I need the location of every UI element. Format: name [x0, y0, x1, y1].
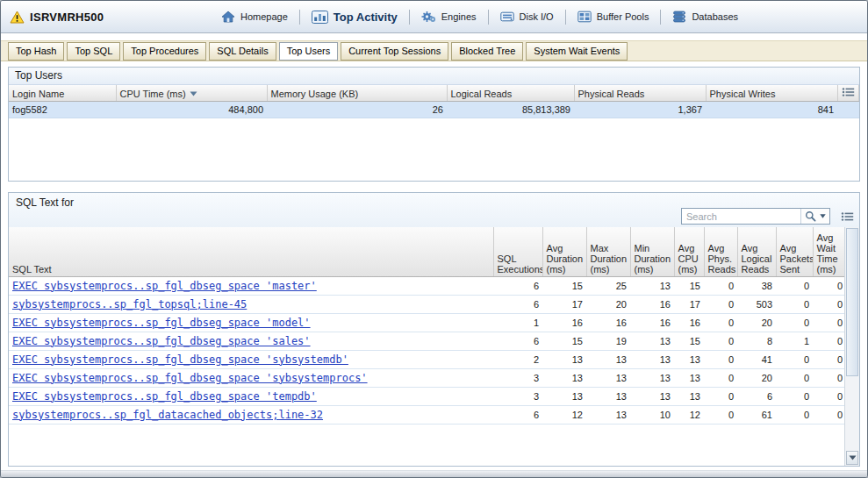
sql-body-rows: EXEC sybsystemprocs..sp_fgl_dbseg_space … [9, 276, 844, 424]
column-header-login-name[interactable]: Login Name [9, 85, 116, 102]
sql-text-cell: EXEC sybsystemprocs..sp_fgl_dbseg_space … [9, 387, 493, 405]
sql-text-row[interactable]: EXEC sybsystemprocs..sp_fgl_dbseg_space … [9, 276, 844, 295]
column-header-physical-reads[interactable]: Physical Reads [574, 85, 706, 102]
login-name-cell: fog5582 [9, 102, 116, 118]
metric-cell: 6 [737, 387, 776, 405]
tab-current-top-sessions[interactable]: Current Top Sessions [341, 42, 448, 61]
metric-cell: 20 [737, 368, 776, 387]
tab-top-hash[interactable]: Top Hash [8, 42, 64, 61]
column-header-label: Avg Packets Sent [780, 243, 814, 275]
column-header-avg-cpu-ms[interactable]: Avg CPU (ms) [674, 227, 704, 276]
sort-desc-icon [190, 91, 197, 96]
sql-text-link[interactable]: EXEC sybsystemprocs..sp_fgl_dbseg_space … [12, 280, 317, 292]
column-header-logical-reads[interactable]: Logical Reads [447, 85, 574, 102]
metric-cell: 841 [706, 102, 837, 118]
main-nav: HomepageTop ActivityEnginesDisk I/OBuffe… [210, 7, 750, 27]
metric-cell: 3 [493, 368, 542, 387]
nav-item-label: Databases [692, 11, 738, 22]
metric-cell: 13 [630, 387, 674, 405]
nav-item-engines[interactable]: Engines [410, 7, 488, 26]
column-header-cpu-time-ms[interactable]: CPU Time (ms) [116, 85, 267, 102]
nav-item-homepage[interactable]: Homepage [210, 7, 299, 26]
tab-strip: Top HashTop SQLTop ProceduresSQL Details… [1, 40, 867, 61]
metric-cell: 0 [776, 295, 813, 313]
top-users-header-filler [837, 85, 859, 102]
nav-item-top-activity[interactable]: Top Activity [300, 7, 409, 27]
sql-text-cell: sybsystemprocs..sp_fgl_topsql;line-45 [9, 295, 493, 313]
metric-cell: 13 [674, 350, 704, 368]
metric-cell: 0 [704, 276, 737, 295]
metric-cell: 12 [674, 405, 704, 424]
metric-cell: 15 [674, 276, 704, 295]
metric-cell: 0 [776, 405, 813, 424]
column-header-label: CPU Time (ms) [120, 89, 186, 99]
column-header-physical-writes[interactable]: Physical Writes [706, 85, 837, 102]
column-header-label: Avg CPU (ms) [678, 243, 699, 275]
metric-cell: 6 [493, 295, 542, 313]
sql-text-cell: EXEC sybsystemprocs..sp_fgl_dbseg_space … [9, 313, 493, 332]
top-users-row[interactable]: fog5582484,8002685,813,3891,367841 [9, 102, 859, 118]
nav-item-databases[interactable]: Databases [661, 7, 750, 26]
nav-item-label: Buffer Pools [597, 11, 649, 22]
sql-panel-tools [681, 208, 854, 225]
sql-text-row[interactable]: EXEC sybsystemprocs..sp_fgl_dbseg_space … [9, 332, 844, 350]
metric-cell: 0 [704, 295, 737, 313]
column-header-avg-packets-sent[interactable]: Avg Packets Sent [776, 227, 813, 276]
search-input[interactable] [682, 209, 800, 224]
sql-text-link[interactable]: EXEC sybsystemprocs..sp_fgl_dbseg_space … [12, 390, 317, 403]
scroll-down-button[interactable] [846, 451, 858, 465]
column-header-max-duration-ms[interactable]: Max Duration (ms) [586, 227, 630, 276]
column-header-label: SQL Text [12, 264, 52, 275]
column-header-avg-wait-time-ms[interactable]: Avg Wait Time (ms) [813, 227, 844, 276]
sql-text-row[interactable]: EXEC sybsystemprocs..sp_fgl_dbseg_space … [9, 387, 844, 405]
sql-text-row[interactable]: sybsystemprocs..sp_fgl_datacached_object… [9, 405, 844, 424]
column-header-avg-duration-ms[interactable]: Avg Duration (ms) [542, 227, 586, 276]
column-header-label: Max Duration (ms) [591, 243, 628, 275]
tab-blocked-tree[interactable]: Blocked Tree [451, 42, 523, 61]
search-button[interactable] [800, 209, 829, 224]
column-header-sql-executions[interactable]: SQL Executions [493, 227, 542, 276]
nav-item-disk-i-o[interactable]: Disk I/O [489, 7, 565, 26]
column-header-min-duration-ms[interactable]: Min Duration (ms) [630, 227, 674, 276]
metric-cell: 0 [813, 368, 844, 387]
grid-menu-icon[interactable] [842, 87, 855, 97]
sql-grid-options-button[interactable] [841, 211, 854, 222]
sql-text-row[interactable]: EXEC sybsystemprocs..sp_fgl_dbseg_space … [9, 313, 844, 332]
metric-cell: 38 [737, 276, 776, 295]
tab-sql-details[interactable]: SQL Details [209, 42, 276, 61]
column-header-label: Memory Usage (KB) [271, 89, 359, 99]
tab-top-users[interactable]: Top Users [279, 42, 339, 61]
metric-cell: 13 [586, 387, 630, 405]
metric-cell: 0 [813, 276, 844, 295]
sql-text-link[interactable]: EXEC sybsystemprocs..sp_fgl_dbseg_space … [12, 317, 311, 329]
vertical-scrollbar[interactable] [844, 227, 859, 466]
sql-text-link[interactable]: EXEC sybsystemprocs..sp_fgl_dbseg_space … [12, 353, 348, 366]
tab-top-sql[interactable]: Top SQL [67, 42, 120, 61]
server-name: ISRVMRH500 [30, 11, 104, 24]
sql-text-row[interactable]: EXEC sybsystemprocs..sp_fgl_dbseg_space … [9, 368, 844, 387]
search-box [681, 208, 830, 225]
metric-cell: 1 [776, 332, 813, 350]
sql-text-row[interactable]: EXEC sybsystemprocs..sp_fgl_dbseg_space … [9, 350, 844, 368]
column-header-memory-usage-kb[interactable]: Memory Usage (KB) [267, 85, 447, 102]
sql-text-link[interactable]: EXEC sybsystemprocs..sp_fgl_dbseg_space … [12, 335, 311, 347]
metric-cell: 41 [737, 350, 776, 368]
nav-item-label: Homepage [240, 11, 288, 22]
sql-text-link[interactable]: EXEC sybsystemprocs..sp_fgl_dbseg_space … [12, 372, 368, 384]
home-icon [221, 11, 235, 23]
top-users-panel-title: Top Users [9, 68, 859, 85]
metric-cell: 13 [630, 276, 674, 295]
column-header-avg-phys-reads[interactable]: Avg Phys. Reads [704, 227, 737, 276]
tab-system-wait-events[interactable]: System Wait Events [526, 42, 628, 61]
sql-text-row[interactable]: sybsystemprocs..sp_fgl_topsql;line-45617… [9, 295, 844, 313]
sql-text-link[interactable]: sybsystemprocs..sp_fgl_topsql;line-45 [12, 298, 247, 310]
scrollbar-thumb[interactable] [846, 228, 858, 376]
sql-text-link[interactable]: sybsystemprocs..sp_fgl_datacached_object… [12, 409, 323, 421]
nav-item-buffer-pools[interactable]: Buffer Pools [566, 7, 661, 26]
column-header-avg-logical-reads[interactable]: Avg Logical Reads [737, 227, 776, 276]
column-header-sql-text[interactable]: SQL Text [9, 227, 493, 276]
metric-cell: 0 [704, 313, 737, 332]
metric-cell: 0 [813, 405, 844, 424]
metric-cell: 10 [630, 405, 674, 424]
tab-top-procedures[interactable]: Top Procedures [123, 42, 206, 61]
